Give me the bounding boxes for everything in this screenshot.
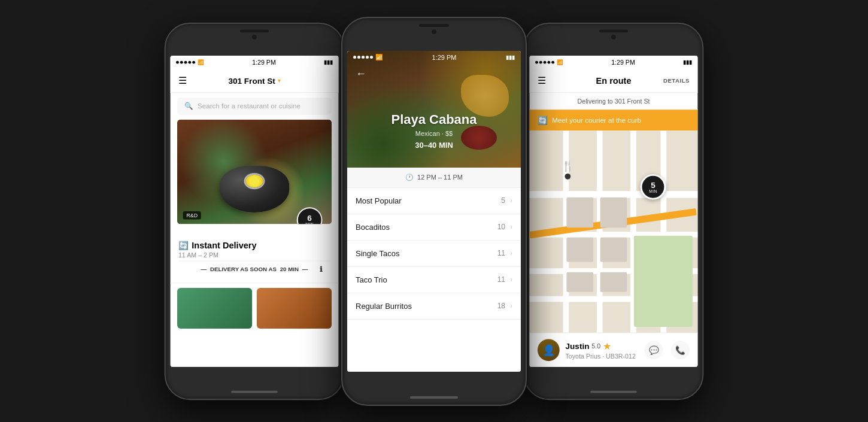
address-1[interactable]: 301 Front St — [228, 75, 275, 85]
menu-item-count-1: 10 — [497, 223, 505, 231]
speaker-2 — [419, 24, 449, 27]
phone-2-top — [342, 18, 526, 54]
speaker-1 — [240, 29, 269, 32]
phone-3-top — [525, 23, 703, 58]
search-icon-1: 🔍 — [184, 102, 193, 110]
refresh-icon: 🔄 — [538, 115, 547, 125]
delivery-label-1: Instant Delivery — [192, 240, 256, 250]
delivery-hours-1: 11 AM – 2 PM — [178, 251, 330, 258]
time-unit-1: MIN — [305, 221, 314, 223]
wifi-icon-1: 📶 — [198, 59, 204, 65]
restaurant-hero-info: Playa Cabana Mexican · $$ 30–40 MIN — [347, 112, 521, 150]
preview-card-2[interactable] — [257, 288, 332, 329]
info-icon-1: ℹ — [320, 265, 323, 273]
hours-range: 12 PM – 11 PM — [417, 174, 463, 181]
phones-container: 📶 1:29 PM ▮▮▮ ☰ 301 Front St ▾ 🔍 Search … — [0, 0, 868, 422]
driver-avatar: 👤 — [538, 339, 560, 361]
wdot4 — [366, 56, 369, 59]
wdot2 — [357, 56, 360, 59]
status-time-2: 1:29 PM — [432, 54, 457, 61]
chevron-right-icon-3: › — [510, 275, 512, 284]
menu-item[interactable]: Taco Trio 11 › — [347, 267, 521, 293]
dot4 — [188, 60, 191, 63]
menu-item-count-0: 5 — [501, 196, 505, 205]
delivery-info-1: 🔄 Instant Delivery 11 AM – 2 PM — DELIVE… — [170, 229, 338, 283]
details-button[interactable]: DETAILS — [663, 77, 690, 83]
building-5 — [566, 272, 593, 292]
menu-item-name-4: Regular Burritos — [356, 302, 497, 311]
menu-item-count-3: 11 — [497, 275, 505, 284]
menu-item-name-2: Single Tacos — [356, 249, 497, 258]
restaurant-name: Playa Cabana — [347, 112, 521, 127]
bdot2 — [539, 60, 542, 63]
menu-item[interactable]: Regular Burritos 18 › — [347, 293, 521, 320]
preview-card-1[interactable] — [177, 288, 252, 329]
home-bar-1 — [231, 390, 278, 393]
driver-info: 👤 Justin 5.0 ★ Toyota Prius · UB3R-012 💬… — [529, 332, 697, 366]
bowl-visual — [220, 166, 289, 212]
menu-list: Most Popular 5 › Bocaditos 10 › Single T… — [347, 188, 521, 372]
camera-3 — [611, 35, 616, 40]
restaurant-meta: Mexican · $$ — [347, 130, 521, 137]
delivery-title-1: 🔄 Instant Delivery — [178, 240, 330, 250]
signal-dots-1 — [176, 60, 195, 63]
clock-icon: 🕐 — [405, 174, 414, 181]
phone-1-top — [166, 23, 344, 58]
building-4 — [600, 238, 627, 262]
egg-visual — [245, 174, 263, 187]
camera-2 — [432, 29, 436, 34]
delivery-soon-label: DELIVERY AS SOON AS — [210, 266, 277, 272]
menu-item-name-0: Most Popular — [356, 196, 501, 205]
phone-2: 📶 1:29 PM ▮▮▮ ← Playa Cabana Mexican · — [341, 17, 527, 406]
menu-icon-3[interactable]: ☰ — [538, 75, 546, 86]
status-signal-1: 📶 — [176, 59, 204, 65]
bdot1 — [535, 60, 538, 63]
menu-item[interactable]: Most Popular 5 › — [347, 188, 521, 214]
restaurant-card-1[interactable]: R&D 6 MIN — [177, 119, 332, 224]
park-1 — [634, 235, 693, 326]
battery-icon-1: ▮▮▮ — [324, 59, 333, 65]
signal-dots-2 — [353, 56, 373, 59]
back-button[interactable]: ← — [356, 68, 366, 80]
search-bar-1[interactable]: 🔍 Search for a restaurant or cuisine — [177, 97, 332, 114]
status-signal-2: 📶 — [353, 54, 383, 60]
nav-bar-1: ☰ 301 Front St ▾ — [170, 68, 338, 93]
chevron-right-icon-1: › — [510, 223, 512, 231]
wdot5 — [370, 56, 373, 59]
dot3 — [184, 60, 187, 63]
wdot3 — [362, 56, 365, 59]
driver-name: Justin — [565, 341, 589, 351]
menu-item-name-1: Bocaditos — [356, 223, 497, 232]
menu-item-count-4: 18 — [497, 302, 505, 310]
delivery-soon-time: 20 MIN — [280, 266, 299, 272]
courier-bar: 🔄 Meet your courier at the curb — [529, 110, 697, 130]
dot1 — [176, 60, 179, 63]
search-placeholder-1: Search for a restaurant or cuisine — [198, 102, 301, 110]
building-1 — [566, 197, 593, 227]
phone-button[interactable]: 📞 — [671, 341, 690, 359]
restaurant-map-pin: 🍴 — [562, 159, 574, 179]
second-restaurant-preview — [170, 283, 338, 333]
signal-dots-3 — [535, 60, 554, 63]
hours-bar: 🕐 12 PM – 11 PM — [347, 168, 521, 188]
camera-1 — [252, 35, 257, 40]
driver-name-line: Justin 5.0 ★ — [565, 340, 638, 351]
menu-item[interactable]: Single Tacos 11 › — [347, 241, 521, 267]
speaker-3 — [599, 29, 629, 32]
map-area: 🍴 5 MIN — [529, 130, 697, 333]
phone-1: 📶 1:29 PM ▮▮▮ ☰ 301 Front St ▾ 🔍 Search … — [165, 22, 345, 400]
dropdown-icon-1[interactable]: ▾ — [278, 77, 281, 83]
driver-details: Justin 5.0 ★ Toyota Prius · UB3R-012 — [565, 340, 638, 359]
chevron-right-icon-4: › — [510, 302, 512, 310]
courier-time-number: 5 — [651, 181, 655, 189]
driver-car: Toyota Prius · UB3R-012 — [565, 353, 638, 360]
delivering-bar: Delivering to 301 Front St — [529, 93, 697, 110]
home-bar-2 — [410, 396, 458, 399]
menu-icon-1[interactable]: ☰ — [178, 75, 187, 86]
status-time-3: 1:29 PM — [611, 58, 635, 65]
chat-button[interactable]: 💬 — [644, 341, 663, 359]
building-6 — [600, 272, 627, 292]
fork-icon: 🍴 — [562, 159, 574, 172]
menu-item[interactable]: Bocaditos 10 › — [347, 214, 521, 241]
restaurant-label-1: R&D — [183, 211, 201, 220]
